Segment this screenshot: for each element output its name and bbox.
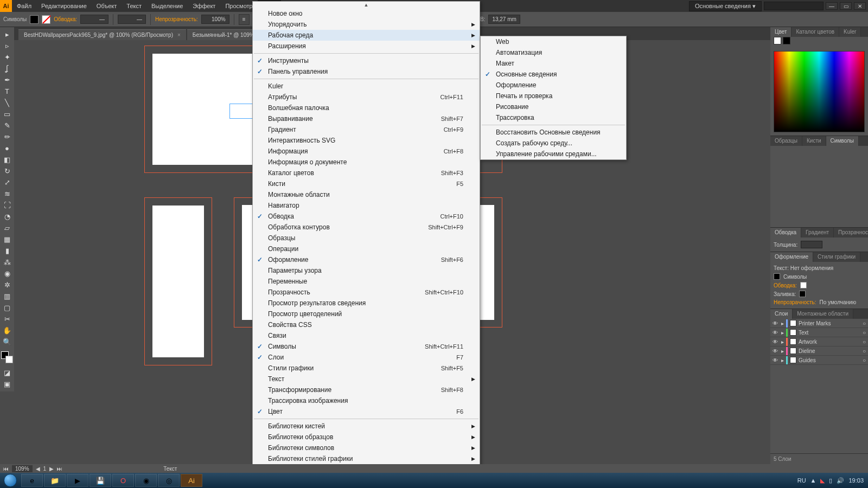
- menu-item[interactable]: Просмотр цветоделений: [253, 309, 480, 319]
- graph-tool-icon[interactable]: ▥: [1, 291, 13, 301]
- panel-tab-artboards[interactable]: Монтажные области: [793, 309, 853, 319]
- nav-first-icon[interactable]: ⏮: [3, 466, 9, 472]
- fill-swatch[interactable]: [30, 15, 39, 24]
- menu-item[interactable]: Kuler: [253, 81, 480, 92]
- menu-item[interactable]: Операции: [253, 243, 480, 254]
- tray-network-icon[interactable]: ▯: [829, 477, 832, 484]
- visibility-icon[interactable]: 👁: [773, 357, 779, 363]
- menu-item[interactable]: ✓Панель управления: [253, 66, 480, 77]
- width-tool-icon[interactable]: ≋: [1, 189, 13, 199]
- eyedropper-tool-icon[interactable]: ⁂: [1, 257, 13, 267]
- layer-row[interactable]: 👁▸Printer Marks○: [770, 319, 868, 328]
- taskbar-explorer-icon[interactable]: 📁: [44, 474, 66, 487]
- blend-tool-icon[interactable]: ◉: [1, 268, 13, 279]
- menu-item[interactable]: Управление рабочими средами...: [481, 149, 626, 159]
- menu-item[interactable]: Связи: [253, 330, 480, 341]
- menu-item[interactable]: Каталог цветовShift+F3: [253, 168, 480, 178]
- shape-builder-tool-icon[interactable]: ◔: [1, 211, 13, 222]
- appearance-stroke[interactable]: Обводка:: [774, 282, 797, 288]
- menu-item[interactable]: Рисование: [481, 101, 626, 112]
- lasso-tool-icon[interactable]: ʆ: [1, 63, 13, 74]
- menu-item[interactable]: КистиF5: [253, 178, 480, 189]
- visibility-icon[interactable]: 👁: [773, 330, 779, 336]
- menu-item[interactable]: ГрадиентCtrl+F9: [253, 124, 480, 135]
- panel-tab-transparency[interactable]: Прозрачность: [834, 228, 868, 237]
- close-icon[interactable]: ✕: [854, 2, 866, 10]
- stroke-swatch[interactable]: [42, 15, 50, 24]
- menu-item[interactable]: Автоматизация: [481, 47, 626, 58]
- menu-item[interactable]: Стили графикиShift+F5: [253, 363, 480, 374]
- maximize-icon[interactable]: ▭: [840, 2, 852, 10]
- slice-tool-icon[interactable]: ✂: [1, 314, 13, 324]
- workspace-switcher[interactable]: Основные сведения ▾: [689, 1, 762, 11]
- free-transform-tool-icon[interactable]: ⛶: [1, 200, 13, 210]
- close-tab-icon[interactable]: ×: [177, 32, 181, 38]
- menu-item[interactable]: Параметры узора: [253, 265, 480, 276]
- menu-item[interactable]: Библиотеки стилей графики▶: [253, 453, 480, 464]
- swatch-icon[interactable]: [783, 37, 790, 44]
- menu-item[interactable]: Обработка контуровShift+Ctrl+F9: [253, 222, 480, 233]
- menu-объект[interactable]: Объект: [92, 0, 122, 12]
- layer-row[interactable]: 👁▸Guides○: [770, 356, 868, 365]
- stroke-thickness-field[interactable]: [801, 241, 822, 248]
- menu-item[interactable]: ПрозрачностьShift+Ctrl+F10: [253, 287, 480, 298]
- panel-tab-brushes[interactable]: Кисти: [802, 136, 826, 146]
- brush-field[interactable]: —: [118, 15, 146, 24]
- scale-tool-icon[interactable]: ⤢: [1, 177, 13, 188]
- direct-selection-tool-icon[interactable]: ▹: [1, 41, 13, 51]
- visibility-icon[interactable]: 👁: [773, 320, 779, 326]
- menu-item[interactable]: Web: [481, 36, 626, 47]
- brush-tool-icon[interactable]: ✎: [1, 120, 13, 131]
- opacity-field[interactable]: 100%: [201, 15, 229, 24]
- menu-item[interactable]: Оформление: [481, 80, 626, 91]
- menu-item[interactable]: Новое окно: [253, 8, 480, 19]
- menu-item[interactable]: Печать и проверка: [481, 91, 626, 101]
- menu-item[interactable]: ✓СлоиF7: [253, 352, 480, 363]
- taskbar-app-icon[interactable]: ◎: [158, 474, 180, 487]
- nav-next-icon[interactable]: ▶: [49, 466, 54, 472]
- eraser-tool-icon[interactable]: ◧: [1, 155, 13, 165]
- menu-item[interactable]: Библиотеки символов▶: [253, 442, 480, 453]
- document-tab[interactable]: BestHDWallpapersPack965_9.jpg* @ 100% (R…: [18, 29, 186, 40]
- menu-item[interactable]: Создать рабочую среду...: [481, 138, 626, 149]
- menu-item[interactable]: Расширения▶: [253, 41, 480, 52]
- zoom-field[interactable]: 109%: [12, 465, 33, 472]
- color-spectrum[interactable]: [774, 51, 865, 132]
- line-tool-icon[interactable]: ╲: [1, 98, 13, 108]
- nav-prev-icon[interactable]: ◀: [36, 466, 40, 472]
- clock[interactable]: 19:03: [848, 477, 864, 484]
- menu-item[interactable]: Образцы: [253, 233, 480, 243]
- scroll-up-icon[interactable]: ▲: [253, 2, 480, 8]
- menu-файл[interactable]: Файл: [12, 0, 36, 12]
- color-pair-icon[interactable]: [1, 351, 13, 363]
- menu-редактирование[interactable]: Редактирование: [36, 0, 92, 12]
- panel-tab-color-guide[interactable]: Каталог цветов: [792, 27, 839, 37]
- hand-tool-icon[interactable]: ✋: [1, 325, 13, 336]
- panel-tab-color[interactable]: Цвет: [770, 27, 792, 37]
- taskbar-illustrator-icon[interactable]: Ai: [181, 474, 202, 487]
- menu-item[interactable]: ТрансформированиеShift+F8: [253, 384, 480, 395]
- rectangle-tool-icon[interactable]: ▭: [1, 109, 13, 119]
- appearance-fill[interactable]: Заливка:: [774, 291, 796, 297]
- gradient-tool-icon[interactable]: ▮: [1, 246, 13, 256]
- menu-item[interactable]: ✓ОбводкаCtrl+F10: [253, 211, 480, 222]
- tray-volume-icon[interactable]: 🔊: [837, 477, 844, 484]
- artboard-tool-icon[interactable]: ▢: [1, 303, 13, 313]
- mesh-tool-icon[interactable]: ▦: [1, 234, 13, 245]
- align-left-icon[interactable]: ≡: [239, 14, 250, 25]
- perspective-tool-icon[interactable]: ▱: [1, 223, 13, 233]
- layer-row[interactable]: 👁▸Dieline○: [770, 346, 868, 356]
- panel-tab-layers[interactable]: Слои: [770, 309, 793, 319]
- menu-item[interactable]: Библиотеки кистей▶: [253, 421, 480, 432]
- lang-indicator[interactable]: RU: [797, 477, 806, 484]
- start-button[interactable]: [0, 473, 21, 488]
- menu-item[interactable]: Навигатор: [253, 200, 480, 211]
- menu-item[interactable]: Интерактивность SVG: [253, 135, 480, 146]
- h-field[interactable]: 13,27 mm: [488, 15, 520, 24]
- panel-tab-symbols[interactable]: Символы: [826, 136, 859, 146]
- taskbar-wmp-icon[interactable]: ▶: [67, 474, 88, 487]
- panel-tab-appearance[interactable]: Оформление: [770, 252, 813, 262]
- symbol-sprayer-tool-icon[interactable]: ✲: [1, 280, 13, 290]
- menu-item[interactable]: Рабочая среда▶: [253, 30, 480, 41]
- panel-tab-graphic-styles[interactable]: Стили графики: [813, 252, 860, 262]
